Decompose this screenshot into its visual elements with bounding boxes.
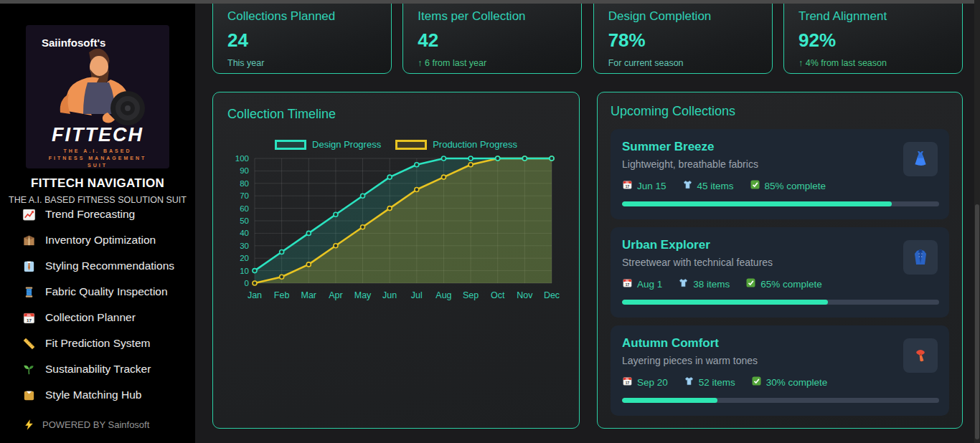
collection-meta: JUL17Sep 20 52 items 30% complete [622,376,938,389]
coat-icon-tile [903,240,938,275]
stat-title: Design Completion [608,9,758,24]
upcoming-collections-panel: Upcoming Collections Summer Breeze Light… [597,92,963,429]
progress-track [622,201,939,206]
logo-tagline: SUIT [26,163,169,168]
sidebar-nav-list: Trend Forecasting Inventory Optimization… [0,209,195,404]
legend-swatch [275,140,306,150]
progress-fill [622,300,828,305]
collection-complete: 30% complete [751,376,828,389]
sidebar-nav-scroll-area[interactable]: Trend Forecasting Inventory Optimization… [0,209,195,404]
sidebar-item-inventory-optimization[interactable]: Inventory Optimization [0,227,195,253]
sidebar-item-fit-prediction-system[interactable]: Fit Prediction System [0,330,195,356]
upcoming-title: Upcoming Collections [611,104,949,119]
sidebar-item-label: Sustainability Tracker [45,363,151,376]
thread-spool-icon [22,285,36,299]
sidebar-item-label: Fabric Quality Inspection [45,285,168,298]
collection-description: Streetwear with technical features [622,257,938,268]
svg-text:JUL: JUL [626,378,629,381]
stat-value: 24 [227,29,377,52]
sidebar-item-sustainability-tracker[interactable]: Sustainability Tracker [0,356,195,382]
stats-row: Collections Planned 24 This year Items p… [212,0,963,74]
stat-value: 92% [798,29,948,52]
check-icon [745,277,756,290]
calendar-icon: JUL17 [622,277,633,290]
scrollbar-thumb[interactable] [975,204,979,439]
collection-items: 45 items [682,179,734,192]
sidebar-item-label: Inventory Optimization [45,234,156,247]
svg-text:JUL: JUL [27,314,31,317]
sidebar-item-label: Fit Prediction System [45,337,150,350]
timeline-chart: 0102030405060708090100JanFebMarAprMayJun… [227,151,565,308]
svg-text:20: 20 [240,254,249,262]
stat-title: Items per Collection [418,9,567,24]
svg-text:JUL: JUL [626,280,629,282]
sidebar-nav-subtitle: THE A.I. BASED FITNESS SOLUTION SUIT [0,195,195,205]
collection-items: 52 items [684,376,735,389]
style-match-icon [22,388,36,402]
logo-tagline: FITNESS MANAGEMENT [26,156,169,161]
svg-text:May: May [354,290,372,300]
scarf-icon-tile [903,338,938,373]
sidebar-item-style-matching-hub[interactable]: Style Matching Hub [0,382,195,404]
svg-text:17: 17 [626,381,630,385]
sidebar-item-styling-recommendations[interactable]: Styling Recommendations [0,253,195,279]
svg-text:60: 60 [240,204,249,213]
tshirt-icon [678,277,689,290]
sidebar-item-collection-planner[interactable]: JUL17 Collection Planner [0,305,195,330]
ruler-icon [22,336,36,351]
stat-value: 42 [418,29,567,52]
progress-track [622,300,939,305]
stat-card-items-per-collection: Items per Collection 42 ↑ 6 from last ye… [402,0,582,74]
svg-text:Jun: Jun [382,290,397,300]
collection-date: JUL17Aug 1 [622,277,662,290]
svg-text:Aug: Aug [435,290,451,300]
sidebar-item-label: Trend Forecasting [45,209,135,221]
collection-complete: 85% complete [750,179,826,192]
sidebar-item-trend-forecasting[interactable]: Trend Forecasting [0,209,195,227]
svg-text:0: 0 [245,279,249,287]
progress-track [622,398,939,403]
svg-text:Dec: Dec [544,290,560,300]
collection-items: 38 items [678,277,730,290]
collection-list: Summer Breeze Lightweight, breathable fa… [611,129,949,416]
collection-name: Urban Explorer [622,238,938,252]
collection-meta: JUL17Jun 15 45 items 85% complete [622,179,938,192]
svg-text:Jan: Jan [248,290,262,300]
collection-card-summer-breeze: Summer Breeze Lightweight, breathable fa… [611,129,949,219]
tshirt-icon [684,376,694,389]
svg-text:Jul: Jul [411,290,423,300]
page-scrollbar[interactable] [974,0,980,443]
package-icon [22,233,36,247]
sidebar-item-label: Style Matching Hub [45,389,141,401]
collection-meta: JUL17Aug 1 38 items 65% complete [622,277,938,290]
stat-note: ↑ 6 from last year [418,58,567,68]
window-top-edge [0,0,980,4]
collection-card-autumn-comfort: Autumn Comfort Layering pieces in warm t… [611,325,949,416]
lightning-bolt-icon [22,417,36,432]
dress-icon-tile [903,142,938,176]
stat-value: 78% [608,29,758,52]
sidebar-item-fabric-quality-inspection[interactable]: Fabric Quality Inspection [0,279,195,305]
svg-text:Feb: Feb [274,290,290,300]
collection-description: Lightweight, breathable fabrics [622,158,938,170]
legend-label: Design Progress [312,139,381,150]
legend-swatch [395,140,427,150]
legend-design-progress[interactable]: Design Progress [275,139,381,150]
svg-text:Apr: Apr [329,290,342,300]
stat-card-collections-planned: Collections Planned 24 This year [212,0,392,74]
check-icon [751,376,762,389]
svg-text:30: 30 [240,242,249,250]
powered-by-text: POWERED BY Sainfosoft [42,419,149,430]
sidebar: Saiinfosoft's FITTECH THE A.I. BASED FIT… [0,0,195,443]
collection-name: Summer Breeze [622,140,938,154]
legend-production-progress[interactable]: Production Progress [395,139,517,150]
check-icon [750,179,760,192]
svg-text:JUL: JUL [626,181,629,184]
sidebar-item-label: Styling Recommendations [45,259,174,272]
calendar-icon: JUL17 [622,376,633,389]
svg-text:70: 70 [240,191,249,200]
svg-text:10: 10 [240,267,249,275]
collection-name: Autumn Comfort [622,336,938,351]
stat-note: This year [227,58,377,68]
svg-text:17: 17 [27,317,32,322]
